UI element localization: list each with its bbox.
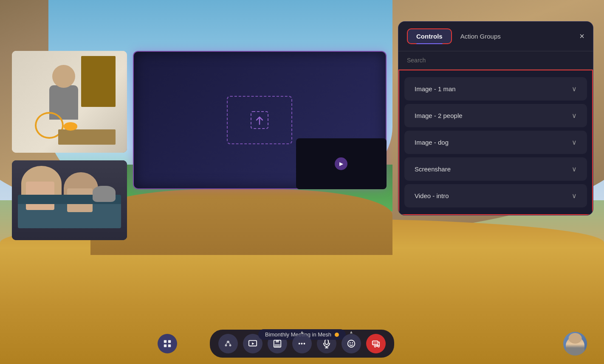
item-label-image-dog: Image - dog bbox=[415, 139, 449, 146]
participant-thumb-1 bbox=[12, 51, 127, 153]
play-button[interactable]: ▶ bbox=[335, 157, 347, 170]
emoji-button[interactable] bbox=[342, 334, 361, 353]
panel-header: Controls Action Groups × bbox=[398, 22, 593, 51]
svg-rect-6 bbox=[276, 340, 279, 343]
apps-grid-icon bbox=[163, 339, 172, 348]
item-label-image-2-people: Image - 2 people bbox=[415, 112, 463, 119]
chevron-icon-2: ∨ bbox=[572, 138, 577, 146]
main-toolbar: ••• ▲ ▲ bbox=[210, 330, 394, 358]
item-label-video-intro: Video - intro bbox=[415, 192, 449, 199]
meeting-status-dot bbox=[335, 333, 339, 337]
svg-rect-7 bbox=[275, 344, 280, 347]
item-label-image-1-man: Image - 1 man bbox=[415, 85, 456, 92]
controls-panel: Controls Action Groups × Image - 1 man ∨… bbox=[398, 21, 593, 216]
table bbox=[58, 129, 116, 145]
upload-icon bbox=[249, 109, 270, 131]
mini-video-panel[interactable]: ▶ bbox=[296, 138, 387, 189]
more-button[interactable]: ••• bbox=[292, 334, 312, 353]
svg-rect-21 bbox=[164, 344, 167, 347]
svg-rect-22 bbox=[168, 344, 171, 347]
emoji-chevron-icon: ▲ bbox=[349, 330, 353, 334]
svg-point-1 bbox=[227, 341, 229, 343]
apps-button[interactable] bbox=[158, 334, 177, 353]
couch-scene bbox=[12, 160, 127, 241]
chevron-icon-4: ∨ bbox=[572, 192, 577, 200]
svg-rect-8 bbox=[325, 339, 328, 344]
avatar-head bbox=[569, 333, 582, 344]
microphone-icon bbox=[322, 339, 331, 348]
user-avatar[interactable] bbox=[563, 332, 587, 356]
more-btn-wrapper: ••• ▲ bbox=[292, 334, 312, 353]
svg-point-3 bbox=[229, 344, 231, 347]
share-icon bbox=[371, 339, 381, 348]
svg-point-17 bbox=[378, 346, 380, 347]
chevron-icon-1: ∨ bbox=[572, 112, 577, 120]
search-input[interactable] bbox=[407, 57, 584, 64]
media-icon bbox=[248, 339, 257, 348]
custom1-icon bbox=[223, 339, 233, 349]
list-item-screenshare[interactable]: Screenshare ∨ bbox=[404, 157, 587, 181]
fruit bbox=[64, 122, 77, 130]
items-list-inner: Image - 1 man ∨ Image - 2 people ∨ Image… bbox=[399, 70, 592, 214]
item-label-screenshare: Screenshare bbox=[415, 165, 451, 173]
more-chevron-icon: ▲ bbox=[300, 330, 304, 334]
chevron-icon-0: ∨ bbox=[572, 85, 577, 93]
participant-thumb-2 bbox=[12, 160, 127, 241]
chevron-icon-3: ∨ bbox=[572, 165, 577, 173]
svg-point-16 bbox=[374, 346, 376, 347]
list-item-video-intro[interactable]: Video - intro ∨ bbox=[404, 184, 587, 207]
emoji-icon bbox=[347, 339, 356, 348]
svg-point-2 bbox=[225, 344, 227, 347]
svg-point-11 bbox=[348, 340, 355, 347]
custom1-button[interactable] bbox=[218, 334, 238, 353]
svg-rect-19 bbox=[164, 340, 167, 343]
list-item-image-2-people[interactable]: Image - 2 people ∨ bbox=[404, 104, 587, 127]
save-icon bbox=[273, 339, 282, 348]
search-bar bbox=[398, 51, 593, 70]
stage-path bbox=[90, 189, 392, 255]
tab-action-groups[interactable]: Action Groups bbox=[460, 33, 501, 40]
svg-point-12 bbox=[350, 342, 351, 344]
upload-area[interactable] bbox=[227, 96, 292, 144]
share-button[interactable] bbox=[366, 334, 386, 353]
tab-controls[interactable]: Controls bbox=[407, 28, 452, 44]
list-item-image-1-man[interactable]: Image - 1 man ∨ bbox=[404, 77, 587, 101]
svg-rect-15 bbox=[373, 342, 377, 344]
items-list: Image - 1 man ∨ Image - 2 people ∨ Image… bbox=[398, 70, 593, 215]
emoji-btn-wrapper: ▲ bbox=[342, 334, 361, 353]
svg-rect-20 bbox=[168, 340, 171, 343]
bottom-bar-area: Bimonthly Meeting in Mesh bbox=[210, 330, 394, 358]
svg-point-13 bbox=[352, 342, 353, 344]
list-item-image-dog[interactable]: Image - dog ∨ bbox=[404, 131, 587, 154]
close-button[interactable]: × bbox=[579, 31, 584, 41]
